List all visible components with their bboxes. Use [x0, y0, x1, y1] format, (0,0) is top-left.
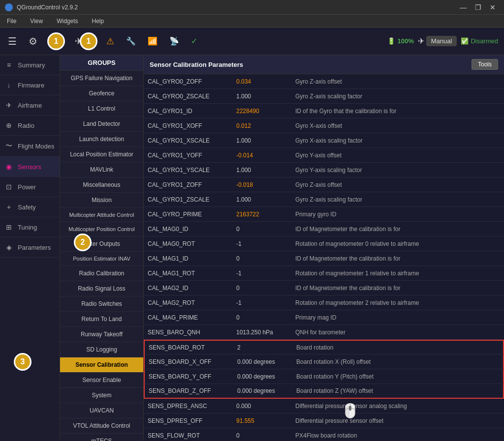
menu-view[interactable]: View — [27, 17, 46, 26]
param-value: 1013.250 hPa — [232, 327, 291, 338]
param-row-sens-baro-qnh[interactable]: SENS_BARO_QNH 1013.250 hPa QNH for barom… — [144, 325, 504, 340]
param-row-cal-gyro1-yscale[interactable]: CAL_GYRO1_YSCALE 1.000 Gyro Y-axis scali… — [144, 163, 504, 177]
group-vtol-attitude[interactable]: VTOL Attitude Control — [60, 418, 143, 434]
param-row-cal-gyro-prime[interactable]: CAL_GYRO_PRIME 2163722 Primary gyro ID — [144, 207, 504, 222]
param-row-cal-mag-prime[interactable]: CAL_MAG_PRIME 0 Primary mag ID — [144, 310, 504, 325]
param-row-cal-gyro0-zscale[interactable]: CAL_GYRO0_ZSCALE 1.000 Gyro Z-axis scali… — [144, 89, 504, 104]
group-l1-control[interactable]: L1 Control — [60, 101, 143, 117]
group-gps-failure[interactable]: GPS Failure Navigation — [60, 71, 143, 86]
param-name: CAL_GYRO1_YSCALE — [144, 165, 232, 176]
telemetry-button[interactable]: 📡 — [167, 34, 181, 48]
group-mavlink[interactable]: MAVLink — [60, 162, 143, 177]
param-row-sens-board-zoff[interactable]: SENS_BOARD_Z_OFF 0.000 degrees Board rot… — [144, 384, 504, 399]
group-uavcan[interactable]: UAVCAN — [60, 403, 143, 418]
param-name: CAL_GYRO1_ID — [144, 106, 232, 117]
param-name: SENS_BARO_QNH — [144, 327, 232, 338]
minimize-button[interactable]: — — [457, 2, 470, 12]
param-row-sens-dpres-off[interactable]: SENS_DPRES_OFF 91.555 Differential press… — [144, 413, 504, 428]
param-row-sens-flow-rot[interactable]: SENS_FLOW_ROT 0 PX4Flow board rotation — [144, 428, 504, 441]
sidebar: ≡ Summary ↓ Firmware ✈ Airframe ⊕ Radio … — [0, 55, 60, 441]
sidebar-label-safety: Safety — [18, 204, 36, 211]
group-radio-calibration[interactable]: Radio Calibration — [60, 266, 143, 281]
param-row-cal-gyro1-zscale[interactable]: CAL_GYRO1_ZSCALE 1.000 Gyro Z-axis scali… — [144, 192, 504, 207]
sidebar-label-power: Power — [18, 183, 36, 191]
param-row-cal-mag2-id[interactable]: CAL_MAG2_ID 0 ID of Magnetometer the cal… — [144, 281, 504, 295]
tools-button[interactable]: Tools — [472, 59, 498, 70]
sidebar-item-airframe[interactable]: ✈ Airframe — [0, 95, 60, 116]
param-row-cal-gyro1-xscale[interactable]: CAL_GYRO1_XSCALE 1.000 Gyro X-axis scali… — [144, 133, 504, 148]
maximize-button[interactable]: ❐ — [472, 2, 484, 12]
battery-percent: 100% — [397, 37, 413, 45]
param-row-cal-gyro1-id[interactable]: CAL_GYRO1_ID 2228490 ID of the Gyro that… — [144, 104, 504, 118]
close-button[interactable]: ✕ — [486, 2, 499, 12]
armed-status: ✅ Disarmed — [461, 37, 498, 45]
sidebar-item-sensors[interactable]: ◉ Sensors — [0, 157, 60, 177]
sidebar-item-power[interactable]: ⊡ Power — [0, 177, 60, 197]
group-radio-switches[interactable]: Radio Switches — [60, 296, 143, 312]
param-row-cal-gyro0-zoff[interactable]: CAL_GYRO0_ZOFF 0.034 Gyro Z-axis offset — [144, 74, 504, 89]
toolbar: ☰ ⚙ 1 ✈ ⚠ 🔧 📶 📡 ✓ 🔋 100% ✈ Manual ✅ Disa… — [0, 28, 504, 55]
group-land-detector[interactable]: Land Detector — [60, 117, 143, 132]
param-name: CAL_GYRO1_ZSCALE — [144, 194, 232, 205]
param-row-sens-dpres-ansc[interactable]: SENS_DPRES_ANSC 0.000 Differential press… — [144, 399, 504, 413]
group-mission[interactable]: Mission — [60, 193, 143, 208]
sidebar-item-radio[interactable]: ⊕ Radio — [0, 116, 60, 136]
param-row-cal-gyro1-yoff[interactable]: CAL_GYRO1_YOFF -0.014 Gyro Y-axis offset — [144, 148, 504, 163]
group-position-inav[interactable]: Position Estimator INAV — [60, 252, 143, 266]
warning-button[interactable]: ⚠ — [104, 34, 116, 49]
param-row-sens-board-yoff[interactable]: SENS_BOARD_Y_OFF 0.000 degrees Board rot… — [144, 369, 504, 384]
menu-widgets[interactable]: Widgets — [54, 17, 81, 26]
group-return-to-land[interactable]: Return To Land — [60, 312, 143, 327]
param-row-cal-mag0-rot[interactable]: CAL_MAG0_ROT -1 Rotation of magnetometer… — [144, 236, 504, 251]
sidebar-item-safety[interactable]: + Safety — [0, 197, 60, 217]
group-sd-logging[interactable]: SD Logging — [60, 342, 143, 357]
sidebar-item-flight-modes[interactable]: 〜 Flight Modes — [0, 136, 60, 157]
app-title: QGroundControl v2.9.2 — [17, 4, 78, 11]
group-sensor-calibration[interactable]: Sensor Calibration — [60, 357, 143, 373]
param-row-cal-mag1-id[interactable]: CAL_MAG1_ID 0 ID of Magnetometer the cal… — [144, 251, 504, 266]
param-desc: ID of Magnetometer the calibration is fo… — [291, 253, 504, 264]
group-mtecs[interactable]: mTECS — [60, 434, 143, 441]
hamburger-menu-button[interactable]: ☰ — [6, 33, 19, 49]
signal-button[interactable]: 📶 — [146, 34, 159, 48]
group-mc-position[interactable]: Multicopter Position Control — [60, 222, 143, 236]
sidebar-item-summary[interactable]: ≡ Summary — [0, 55, 60, 75]
group-radio-signal-loss[interactable]: Radio Signal Loss — [60, 281, 143, 296]
group-sensor-enable[interactable]: Sensor Enable — [60, 373, 143, 388]
menu-bar: File View Widgets Help — [0, 15, 504, 28]
title-bar-controls[interactable]: — ❐ ✕ — [457, 2, 499, 12]
param-desc: Gyro X-axis offset — [291, 120, 504, 131]
param-row-cal-mag0-id[interactable]: CAL_MAG0_ID 0 ID of Magnetometer the cal… — [144, 222, 504, 236]
menu-file[interactable]: File — [4, 17, 19, 26]
param-row-cal-gyro1-zoff[interactable]: CAL_GYRO1_ZOFF -0.018 Gyro Z-axis offset — [144, 177, 504, 192]
sidebar-item-parameters[interactable]: ◈ Parameters — [0, 237, 60, 258]
group-system[interactable]: System — [60, 388, 143, 403]
param-row-cal-mag1-rot[interactable]: CAL_MAG1_ROT -1 Rotation of magnetometer… — [144, 266, 504, 281]
tools-button[interactable]: 🔧 — [124, 34, 138, 48]
group-local-position[interactable]: Local Position Estimator — [60, 147, 143, 162]
sidebar-item-firmware[interactable]: ↓ Firmware — [0, 75, 60, 95]
send-button[interactable]: ✈ — [73, 34, 84, 49]
param-value: 0.000 degrees — [233, 385, 292, 396]
param-value: 0 — [232, 312, 291, 323]
param-name: CAL_GYRO1_YOFF — [144, 150, 232, 161]
airframe-icon: ✈ — [4, 101, 14, 109]
param-desc: Gyro X-axis scaling factor — [291, 135, 504, 146]
connection-button[interactable]: ✓ — [189, 34, 199, 48]
group-mc-attitude[interactable]: Multicopter Attitude Control — [60, 208, 143, 222]
group-mixer-outputs[interactable]: Mixer Outputs — [60, 236, 143, 252]
group-miscellaneous[interactable]: Miscellaneous — [60, 177, 143, 193]
group-launch-detection[interactable]: Launch detection — [60, 132, 143, 147]
param-row-sens-board-rot[interactable]: SENS_BOARD_ROT 2 Board rotation — [144, 340, 504, 354]
param-row-cal-gyro1-xoff[interactable]: CAL_GYRO1_XOFF 0.012 Gyro X-axis offset — [144, 118, 504, 133]
params-title: Sensor Calibration Parameters — [150, 61, 243, 68]
menu-help[interactable]: Help — [89, 17, 107, 26]
settings-button[interactable]: ⚙ — [27, 33, 39, 49]
group-geofence[interactable]: Geofence — [60, 86, 143, 101]
group-runway-takeoff[interactable]: Runway Takeoff — [60, 327, 143, 342]
sidebar-item-tuning[interactable]: ⊞ Tuning — [0, 217, 60, 237]
param-row-cal-mag2-rot[interactable]: CAL_MAG2_ROT -1 Rotation of magnetometer… — [144, 295, 504, 310]
param-row-sens-board-xoff[interactable]: SENS_BOARD_X_OFF 0.000 degrees Board rot… — [144, 354, 504, 369]
param-value: 0 — [232, 253, 291, 264]
param-desc: ID of Magnetometer the calibration is fo… — [291, 283, 504, 294]
